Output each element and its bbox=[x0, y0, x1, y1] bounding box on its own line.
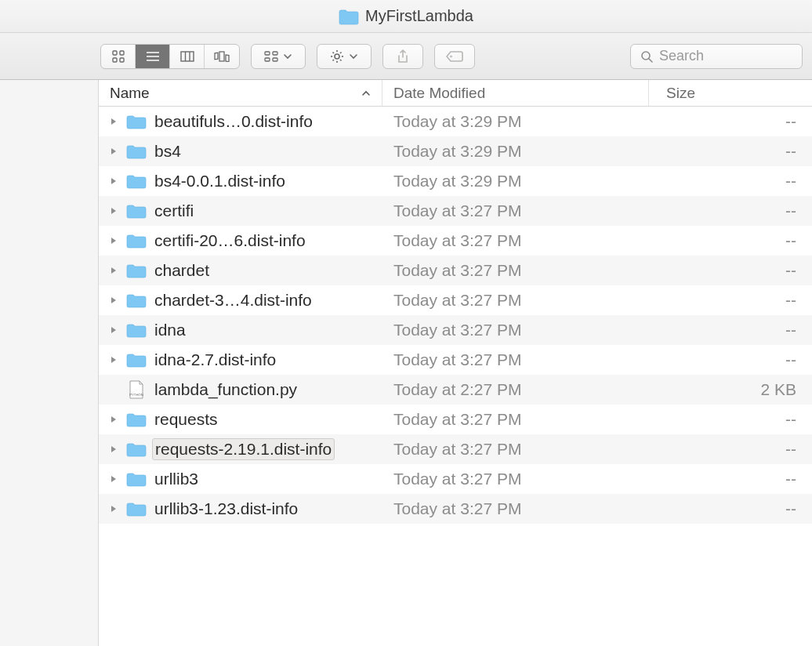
disclosure-triangle-icon[interactable] bbox=[107, 415, 121, 424]
file-name-label[interactable]: certifi bbox=[152, 201, 196, 221]
disclosure-triangle-icon[interactable] bbox=[107, 176, 121, 186]
folder-icon bbox=[125, 263, 147, 278]
column-size-label: Size bbox=[666, 85, 695, 102]
file-name-label[interactable]: chardet-3…4.dist-info bbox=[152, 290, 314, 310]
file-name-label[interactable]: chardet bbox=[152, 260, 212, 281]
file-row[interactable]: idna-2.7.dist-infoToday at 3:27 PM-- bbox=[99, 345, 812, 375]
svg-rect-11 bbox=[219, 52, 224, 61]
disclosure-triangle-icon[interactable] bbox=[107, 206, 121, 216]
action-button[interactable] bbox=[317, 44, 372, 69]
view-columns-button[interactable] bbox=[170, 45, 205, 68]
disclosure-triangle-icon[interactable] bbox=[107, 236, 121, 245]
svg-rect-15 bbox=[265, 58, 270, 61]
svg-rect-0 bbox=[113, 51, 117, 55]
file-name-label[interactable]: idna-2.7.dist-info bbox=[152, 350, 278, 370]
cell-date: Today at 3:29 PM bbox=[382, 172, 649, 191]
cell-name: requests bbox=[99, 409, 382, 430]
file-row[interactable]: chardetToday at 3:27 PM-- bbox=[99, 256, 812, 285]
file-name-label[interactable]: bs4 bbox=[152, 141, 183, 162]
file-row[interactable]: idnaToday at 3:27 PM-- bbox=[99, 315, 812, 345]
column-date-label: Date Modified bbox=[393, 85, 485, 102]
disclosure-triangle-icon[interactable] bbox=[107, 325, 121, 335]
folder-icon bbox=[125, 352, 147, 368]
file-name-label[interactable]: idna bbox=[152, 320, 188, 340]
svg-line-23 bbox=[340, 60, 342, 61]
view-coverflow-button[interactable] bbox=[205, 45, 239, 68]
file-row[interactable]: requests-2.19.1.dist-infoToday at 3:27 P… bbox=[99, 434, 812, 464]
share-button[interactable] bbox=[382, 44, 423, 69]
arrange-button[interactable] bbox=[251, 44, 306, 69]
titlebar[interactable]: MyFirstLambda bbox=[0, 0, 812, 33]
file-row[interactable]: beautifuls…0.dist-infoToday at 3:29 PM-- bbox=[99, 107, 812, 136]
cell-size: -- bbox=[649, 201, 812, 220]
main: Name Date Modified Size beautifuls…0.dis… bbox=[99, 80, 812, 646]
file-row[interactable]: urllib3-1.23.dist-infoToday at 3:27 PM-- bbox=[99, 494, 812, 524]
sidebar[interactable] bbox=[0, 80, 99, 646]
file-name-label[interactable]: bs4-0.0.1.dist-info bbox=[152, 171, 288, 191]
disclosure-triangle-icon[interactable] bbox=[107, 296, 121, 305]
cell-size: -- bbox=[649, 112, 812, 131]
file-name-label[interactable]: requests-2.19.1.dist-info bbox=[152, 438, 335, 460]
file-name-label[interactable]: beautifuls…0.dist-info bbox=[152, 111, 315, 132]
cell-size: -- bbox=[649, 261, 812, 280]
cell-date: Today at 3:27 PM bbox=[382, 440, 649, 459]
file-row[interactable]: bs4-0.0.1.dist-infoToday at 3:29 PM-- bbox=[99, 166, 812, 196]
disclosure-triangle-icon[interactable] bbox=[107, 117, 121, 126]
svg-line-25 bbox=[340, 52, 342, 53]
file-row[interactable]: certifiToday at 3:27 PM-- bbox=[99, 196, 812, 226]
column-name-label: Name bbox=[110, 85, 150, 102]
svg-rect-1 bbox=[120, 51, 124, 55]
window-title: MyFirstLambda bbox=[365, 7, 473, 25]
arrange-icon bbox=[264, 51, 278, 62]
view-icons-button[interactable] bbox=[101, 45, 136, 68]
svg-rect-14 bbox=[273, 52, 277, 55]
cell-size: -- bbox=[649, 321, 812, 339]
view-list-button[interactable] bbox=[136, 45, 170, 68]
column-header-size[interactable]: Size bbox=[649, 80, 812, 106]
file-row[interactable]: bs4Today at 3:29 PM-- bbox=[99, 136, 812, 166]
columns-icon bbox=[180, 51, 194, 62]
disclosure-triangle-icon[interactable] bbox=[107, 504, 121, 514]
file-row[interactable]: chardet-3…4.dist-infoToday at 3:27 PM-- bbox=[99, 285, 812, 315]
svg-line-28 bbox=[649, 59, 652, 62]
disclosure-triangle-icon[interactable] bbox=[107, 445, 121, 454]
cell-name: bs4-0.0.1.dist-info bbox=[99, 171, 382, 191]
search-input[interactable] bbox=[659, 48, 792, 64]
file-row[interactable]: requestsToday at 3:27 PM-- bbox=[99, 405, 812, 434]
cell-name: chardet bbox=[99, 260, 382, 281]
file-name-label[interactable]: certifi-20…6.dist-info bbox=[152, 230, 308, 251]
svg-rect-12 bbox=[226, 55, 229, 62]
file-name-label[interactable]: lambda_function.py bbox=[152, 379, 299, 400]
file-name-label[interactable]: urllib3-1.23.dist-info bbox=[152, 499, 300, 519]
chevron-down-icon bbox=[283, 52, 292, 61]
column-header-date[interactable]: Date Modified bbox=[382, 80, 649, 106]
coverflow-icon bbox=[214, 51, 230, 62]
tags-button[interactable] bbox=[434, 44, 475, 69]
cell-date: Today at 3:27 PM bbox=[382, 499, 649, 518]
svg-rect-13 bbox=[265, 52, 270, 55]
cell-size: -- bbox=[649, 499, 812, 518]
svg-line-22 bbox=[333, 52, 335, 53]
folder-icon bbox=[125, 143, 147, 159]
disclosure-triangle-icon[interactable] bbox=[107, 147, 121, 156]
svg-point-17 bbox=[335, 54, 339, 59]
chevron-down-icon bbox=[349, 52, 358, 61]
tag-icon bbox=[446, 50, 463, 63]
file-name-label[interactable]: urllib3 bbox=[152, 469, 201, 489]
column-header-name[interactable]: Name bbox=[99, 80, 382, 106]
file-row[interactable]: urllib3Today at 3:27 PM-- bbox=[99, 464, 812, 494]
file-row[interactable]: certifi-20…6.dist-infoToday at 3:27 PM-- bbox=[99, 226, 812, 256]
file-list[interactable]: beautifuls…0.dist-infoToday at 3:29 PM--… bbox=[99, 107, 812, 646]
file-name-label[interactable]: requests bbox=[152, 409, 220, 430]
cell-name: requests-2.19.1.dist-info bbox=[99, 438, 382, 460]
search-field[interactable] bbox=[630, 44, 803, 69]
disclosure-triangle-icon[interactable] bbox=[107, 474, 121, 484]
python-file-icon: PYTHON bbox=[125, 380, 147, 399]
cell-size: -- bbox=[649, 410, 812, 429]
column-headers: Name Date Modified Size bbox=[99, 80, 812, 107]
disclosure-triangle-icon[interactable] bbox=[107, 355, 121, 365]
file-row[interactable]: PYTHONlambda_function.pyToday at 2:27 PM… bbox=[99, 375, 812, 405]
cell-date: Today at 3:27 PM bbox=[382, 231, 649, 250]
cell-size: -- bbox=[649, 470, 812, 488]
disclosure-triangle-icon[interactable] bbox=[107, 266, 121, 275]
